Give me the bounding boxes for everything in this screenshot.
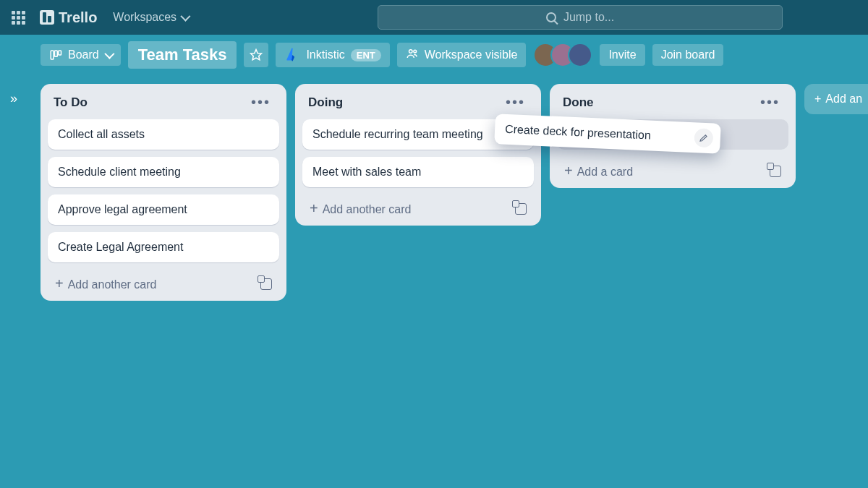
plus-icon: + [310, 200, 318, 216]
star-board-button[interactable] [244, 43, 268, 67]
add-list-label: Add an [825, 93, 862, 106]
template-icon[interactable] [770, 166, 781, 177]
chevron-down-icon [181, 11, 188, 24]
card[interactable]: Collect all assets [48, 119, 279, 150]
list-title[interactable]: To Do [54, 95, 88, 110]
invite-label: Invite [608, 48, 636, 61]
edit-card-button[interactable] [694, 128, 713, 147]
list-menu-icon[interactable]: ••• [503, 94, 528, 111]
card-text: Collect all assets [58, 128, 145, 140]
global-search[interactable]: Jump to... [378, 5, 783, 30]
trello-brand[interactable]: Trello [37, 9, 100, 26]
card-text: Approve legal agreement [58, 203, 187, 215]
list-header: Done ••• [557, 91, 788, 112]
visibility-label: Workspace visible [425, 48, 518, 61]
visibility-button[interactable]: Workspace visible [397, 43, 527, 67]
template-icon[interactable] [515, 203, 527, 215]
list-header: Doing ••• [302, 91, 534, 112]
plus-icon: + [55, 275, 64, 291]
board-title[interactable]: Team Tasks [128, 41, 237, 69]
add-card-button[interactable]: +Add another card [48, 270, 279, 292]
card-text: Schedule recurring team meeting [312, 128, 483, 140]
brand-text: Trello [59, 9, 97, 26]
pencil-icon [699, 133, 710, 144]
add-card-label: Add a card [577, 166, 633, 178]
list-doing: Doing ••• Schedule recurring team meetin… [295, 84, 541, 226]
card-text: Create Legal Agreement [58, 241, 183, 253]
workspace-badge: ENT [351, 49, 381, 61]
svg-marker-3 [251, 50, 262, 60]
card-text: Create deck for presentation [505, 123, 651, 142]
plus-icon: + [814, 93, 821, 106]
workspace-chip[interactable]: Inktistic ENT [276, 43, 389, 67]
member-avatars[interactable] [540, 43, 592, 67]
add-card-button[interactable]: +Add another card [302, 194, 534, 217]
add-card-button[interactable]: +Add a card [557, 157, 788, 179]
list-menu-icon[interactable]: ••• [248, 94, 273, 111]
board-view-icon [49, 48, 62, 61]
board-bar: Board Team Tasks Inktistic ENT Workspace… [0, 35, 868, 75]
view-label: Board [68, 48, 99, 61]
list-todo: To Do ••• Collect all assets Schedule cl… [41, 84, 286, 301]
star-icon [250, 48, 263, 61]
atlassian-icon [284, 47, 300, 63]
trello-logo-icon [40, 10, 54, 25]
join-label: Join board [661, 48, 715, 61]
card[interactable]: Meet with sales team [302, 157, 534, 187]
svg-rect-1 [55, 51, 58, 56]
svg-rect-2 [59, 51, 61, 55]
card-text: Meet with sales team [312, 166, 421, 178]
list-title[interactable]: Done [563, 95, 594, 110]
svg-point-5 [414, 50, 417, 53]
people-icon [406, 47, 419, 63]
board-canvas: To Do ••• Collect all assets Schedule cl… [41, 75, 868, 488]
list-header: To Do ••• [48, 91, 279, 112]
card-text: Schedule client meeting [58, 166, 181, 178]
apps-menu-icon[interactable] [6, 5, 31, 30]
workspaces-label: Workspaces [113, 11, 176, 24]
svg-rect-0 [51, 51, 54, 59]
card[interactable]: Schedule client meeting [48, 157, 279, 187]
view-switcher[interactable]: Board [41, 44, 121, 66]
add-card-label: Add another card [323, 203, 412, 215]
list-menu-icon[interactable]: ••• [757, 94, 783, 111]
workspaces-dropdown[interactable]: Workspaces [106, 7, 195, 28]
search-placeholder: Jump to... [563, 11, 614, 24]
add-card-label: Add another card [68, 278, 157, 291]
join-board-button[interactable]: Join board [652, 44, 724, 66]
sidebar-expand-icon[interactable]: » [10, 91, 17, 106]
workspace-name: Inktistic [306, 48, 344, 61]
search-icon [546, 12, 556, 22]
list-title[interactable]: Doing [308, 95, 343, 110]
template-icon[interactable] [260, 278, 272, 290]
chevron-down-icon [105, 48, 112, 61]
avatar[interactable] [568, 43, 592, 67]
card[interactable]: Create Legal Agreement [48, 232, 279, 262]
svg-point-4 [409, 50, 412, 53]
top-navbar: Trello Workspaces Jump to... [0, 0, 868, 35]
invite-button[interactable]: Invite [600, 44, 644, 66]
plus-icon: + [564, 163, 573, 179]
card[interactable]: Approve legal agreement [48, 194, 279, 225]
add-list-button[interactable]: + Add an [804, 84, 868, 114]
board-title-text: Team Tasks [138, 46, 227, 64]
